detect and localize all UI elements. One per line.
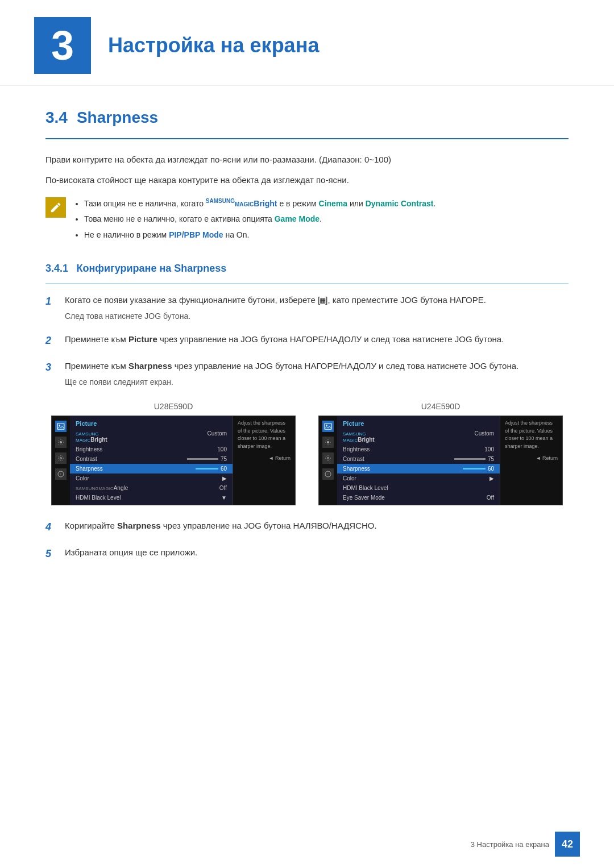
subsection-number: 3.4.1 [45, 263, 68, 274]
icon-brightness [55, 437, 67, 448]
chapter-header: 3 Настройка на екрана [0, 0, 614, 86]
icon-settings-u24 [322, 452, 334, 464]
section-title: Sharpness [77, 109, 158, 127]
icon-brightness-u24 [322, 437, 334, 448]
return-btn-u24: ◄ Return [505, 455, 558, 463]
menu-color: Color▶ [70, 474, 233, 483]
menu-sharpness-active-u24: Sharpness 60 [337, 464, 500, 474]
menu-title-picture: Picture [70, 418, 233, 429]
step-1: 1 Когато се появи указание за функционал… [45, 293, 569, 322]
menu-brightness-u24: Brightness 100 [337, 445, 500, 454]
icon-sidebar-left-u24: i [319, 416, 337, 505]
menu-magicbright-u24: SAMSUNGMAGICBright Custom [337, 429, 500, 445]
return-btn-u28: ◄ Return [238, 455, 291, 463]
menu-hdmi-black: HDMI Black Level▼ [70, 493, 233, 502]
note-list: Тази опция не е налична, когато SAMSUNGM… [73, 196, 435, 244]
step-2-content: Преминете към Picture чрез управление на… [65, 333, 504, 347]
menu-panel-u24: Picture SAMSUNGMAGICBright Custom Bright… [337, 416, 500, 505]
main-content: 3.4 Sharpness Прави контурите на обекта … [0, 109, 614, 562]
step-1-content: Когато се появи указание за функционални… [65, 293, 486, 322]
footer-page-number: 42 [555, 832, 580, 857]
svg-point-2 [60, 441, 62, 443]
section-number: 3.4 [45, 109, 68, 127]
icon-picture [55, 421, 67, 432]
step-1-sub: След това натиснете JOG бутона. [65, 310, 486, 322]
description-1: Прави контурите на обекта да изглеждат п… [45, 153, 569, 167]
step-3-sub: Ще се появи следният екран. [65, 376, 518, 388]
menu-magicangle: SAMSUNGMAGICAngle Off [70, 483, 233, 493]
icon-info: i [55, 468, 67, 480]
sidebar-info-u28: Adjust the sharpness of the picture. Val… [233, 416, 295, 505]
svg-point-3 [60, 458, 62, 459]
note-item-1: Тази опция не е налична, когато SAMSUNGM… [84, 196, 435, 210]
step-5: 5 Избраната опция ще се приложи. [45, 546, 569, 562]
footer-chapter-text: 3 Настройка на екрана [471, 840, 549, 849]
step-3-content: Преминете към Sharpness чрез управление … [65, 359, 518, 388]
chapter-number: 3 [34, 17, 91, 74]
subsection-divider [45, 284, 569, 284]
screen-mock-u28: i Picture SAMSUNGMAGICBright Custom Brig… [51, 416, 296, 505]
page-wrapper: 3 Настройка на екрана 3.4 Sharpness Прав… [0, 0, 614, 868]
note-icon [45, 197, 66, 218]
note-box: Тази опция не е налична, когато SAMSUNGM… [45, 196, 569, 244]
subsection-title: Конфигуриране на Sharpness [77, 263, 227, 274]
step-5-content: Избраната опция ще се приложи. [65, 546, 197, 560]
note-item-2: Това меню не е налично, когато е активна… [84, 213, 435, 226]
svg-rect-6 [325, 423, 331, 430]
screen-group-u24: U24E590D i [313, 402, 569, 505]
subsection-header: 3.4.1 Конфигуриране на Sharpness [45, 263, 569, 275]
icon-picture-u24 [322, 421, 334, 432]
menu-color-u24: Color▶ [337, 474, 500, 483]
section-header: 3.4 Sharpness [45, 109, 569, 127]
menu-magicbright: SAMSUNGMAGICBright Custom [70, 429, 233, 445]
icon-sidebar-left: i [52, 416, 70, 505]
screen-mock-u24: i Picture SAMSUNGMAGICBright Custom Brig… [318, 416, 563, 505]
svg-text:i: i [327, 472, 328, 476]
section-divider [45, 138, 569, 139]
menu-title-picture-u24: Picture [337, 418, 500, 429]
screen-group-u28: U28E590D i [45, 402, 301, 505]
svg-point-8 [327, 441, 329, 443]
icon-info-u24: i [322, 468, 334, 480]
note-item-3: Не е налично в режим PIP/PBP Mode на On. [84, 229, 435, 242]
chapter-title: Настройка на екрана [108, 34, 319, 57]
step-4-content: Коригирайте Sharpness чрез управление на… [65, 519, 377, 533]
sidebar-info-u24: Adjust the sharpness of the picture. Val… [500, 416, 562, 505]
menu-contrast: Contrast 75 [70, 454, 233, 464]
step-4: 4 Коригирайте Sharpness чрез управление … [45, 519, 569, 535]
menu-sharpness-active: Sharpness 60 [70, 464, 233, 474]
screen-label-u24: U24E590D [421, 402, 460, 411]
menu-contrast-u24: Contrast 75 [337, 454, 500, 464]
description-2: По-високата стойност ще накара контурите… [45, 173, 569, 187]
menu-panel-u28: Picture SAMSUNGMAGICBright Custom Bright… [70, 416, 233, 505]
screens-container: U28E590D i [45, 402, 569, 505]
menu-eye-saver: Eye Saver ModeOff [337, 493, 500, 502]
svg-point-1 [59, 425, 60, 426]
svg-point-7 [326, 425, 327, 426]
icon-settings [55, 452, 67, 464]
step-2: 2 Преминете към Picture чрез управление … [45, 333, 569, 349]
screen-label-u28: U28E590D [154, 402, 193, 411]
svg-point-9 [327, 458, 329, 459]
menu-brightness: Brightness 100 [70, 445, 233, 454]
svg-rect-0 [57, 423, 64, 430]
menu-hdmi-black-u24: HDMI Black Level [337, 483, 500, 493]
svg-text:i: i [60, 472, 61, 476]
pencil-icon [49, 201, 62, 214]
page-footer: 3 Настройка на екрана 42 [471, 832, 580, 857]
step-3: 3 Преминете към Sharpness чрез управлени… [45, 359, 569, 388]
